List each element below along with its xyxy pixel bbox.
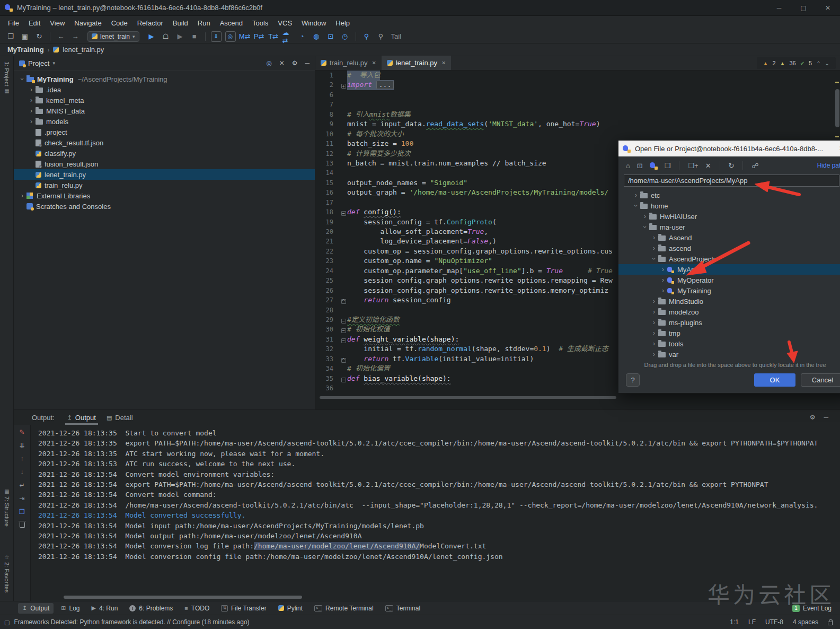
code-line-9[interactable]: 9mnist = input_data.read_data_sets('MNIS…	[315, 119, 840, 129]
maximize-button[interactable]: ▢	[791, 0, 816, 15]
editor-tab-lenet-train-py[interactable]: lenet_train.py✕	[382, 56, 451, 70]
ok-button[interactable]: OK	[754, 373, 795, 387]
search-everywhere-icon[interactable]: ⚲	[361, 31, 372, 42]
desktop-icon[interactable]: ⊡	[637, 162, 643, 170]
task-trace-icon[interactable]: T⇄	[268, 31, 279, 42]
breadcrumb-project[interactable]: MyTraining	[7, 46, 44, 54]
chevron-right-icon[interactable]: ›	[650, 319, 658, 326]
chevron-right-icon[interactable]: ›	[641, 213, 649, 220]
code-line-8[interactable]: 8# 引入mnist数据集	[315, 110, 840, 119]
tree-item-project[interactable]: .project	[14, 127, 315, 137]
tree-item-mytraining[interactable]: ›MyTraining	[618, 285, 840, 296]
chevron-right-icon[interactable]: ›	[18, 192, 26, 199]
close-button[interactable]: ✕	[816, 0, 840, 15]
graph-analyzer-icon[interactable]: ◍	[311, 31, 322, 42]
project-panel-title[interactable]: Project	[28, 59, 49, 67]
cloud-sync-icon[interactable]: ☁⇄	[282, 31, 293, 42]
chevron-right-icon[interactable]: ›	[27, 107, 36, 115]
fold-end-icon[interactable]: ^	[341, 358, 346, 363]
forward-icon[interactable]: →	[70, 31, 81, 42]
print-icon[interactable]: ❐	[18, 508, 26, 516]
tree-item-home[interactable]: ›home	[618, 200, 840, 211]
chevron-right-icon[interactable]: ›	[659, 266, 667, 273]
chevron-down-icon[interactable]: ▾	[52, 60, 55, 66]
menu-refactor[interactable]: Refactor	[132, 19, 168, 27]
output-log[interactable]: 2021-12-26 18:13:35 Start to convert mod…	[31, 425, 840, 601]
code-line-7[interactable]: 7	[315, 100, 840, 109]
tree-item-etc[interactable]: ›etc	[618, 190, 840, 200]
menu-code[interactable]: Code	[107, 19, 132, 27]
tree-item-lenet-train-py[interactable]: lenet_train.py	[14, 169, 315, 180]
code-line-1[interactable]: 1# 导入包	[315, 71, 840, 80]
minimize-button[interactable]: ─	[767, 0, 791, 15]
precision-compare-icon[interactable]: P⇄	[254, 31, 264, 42]
menu-view[interactable]: View	[45, 19, 69, 27]
soft-wrap-icon[interactable]: ↵	[18, 481, 26, 490]
back-icon[interactable]: ←	[56, 31, 66, 42]
chevron-right-icon[interactable]: ›	[659, 276, 667, 284]
tree-item-external-libraries[interactable]: ›External Libraries	[14, 190, 315, 201]
find-icon[interactable]: ⚲	[376, 31, 386, 42]
caret-position[interactable]: 1:1	[730, 618, 739, 626]
folded-region[interactable]: ...	[376, 81, 394, 89]
chevron-down-icon[interactable]: ›	[641, 223, 649, 231]
typo-icon[interactable]: ✔	[800, 60, 804, 66]
help-button[interactable]: ?	[626, 373, 640, 387]
chevron-down-icon[interactable]: ›	[650, 255, 658, 263]
fold-collapse-icon[interactable]: −	[341, 378, 346, 382]
output-horizontal-scrollbar[interactable]	[64, 596, 302, 599]
menu-tools[interactable]: Tools	[247, 19, 273, 27]
tree-item-ms-plugins[interactable]: ›ms-plugins	[618, 317, 840, 328]
run-icon[interactable]: ▶	[146, 31, 157, 42]
refresh-icon[interactable]: ↻	[729, 162, 735, 170]
profiler-icon[interactable]: ◷	[340, 31, 350, 42]
breadcrumb-file[interactable]: lenet_train.py	[63, 46, 104, 54]
clear-all-icon[interactable]	[18, 521, 26, 529]
menu-edit[interactable]: Edit	[24, 19, 45, 27]
next-issue-icon[interactable]: ⌄	[825, 60, 829, 66]
settings-icon[interactable]: ⚙	[810, 414, 816, 421]
menu-ascend[interactable]: Ascend	[215, 19, 247, 27]
menu-run[interactable]: Run	[193, 19, 215, 27]
remote-run-icon[interactable]: ⊡	[325, 31, 336, 42]
compare-tool-icon[interactable]: ◔	[297, 31, 307, 42]
fold-expand-icon[interactable]: +	[341, 84, 346, 89]
menu-navigate[interactable]: Navigate	[69, 19, 106, 27]
menu-file[interactable]: File	[3, 19, 24, 27]
status-message[interactable]: Frameworks Detected: Python framework is…	[14, 618, 249, 626]
tree-item-models[interactable]: ›models	[14, 116, 315, 127]
tree-item-ma-user[interactable]: ›ma-user	[618, 222, 840, 232]
editor-vertical-scrollbar[interactable]	[835, 89, 839, 127]
tree-item-tmp[interactable]: ›tmp	[618, 328, 840, 338]
chevron-right-icon[interactable]: ›	[27, 97, 36, 104]
model-accuracy-analyzer-icon[interactable]: M⇄	[240, 31, 250, 42]
close-tab-icon[interactable]: ✕	[441, 60, 446, 66]
next-message-icon[interactable]: ↓	[18, 468, 26, 476]
chevron-right-icon[interactable]: ›	[650, 351, 658, 358]
new-folder-icon[interactable]: ❒+	[688, 162, 698, 170]
run-config-selector[interactable]: lenet_train▾	[87, 31, 139, 42]
tree-item-var[interactable]: ›var	[618, 349, 840, 360]
toolwindow-button-output[interactable]: ↥Output	[18, 603, 54, 614]
scroll-to-end-icon[interactable]: ⇊	[18, 441, 26, 450]
debug-icon[interactable]: ☖	[161, 31, 171, 42]
open-project-icon[interactable]: ❒	[5, 31, 16, 42]
collapse-all-icon[interactable]: ✕	[279, 59, 285, 67]
event-log-button[interactable]: 1Event Log	[792, 605, 840, 612]
chevron-right-icon[interactable]: ›	[27, 86, 36, 93]
chevron-right-icon[interactable]: ›	[650, 244, 658, 252]
chevron-right-icon[interactable]: ›	[650, 298, 658, 305]
tree-item-ascend[interactable]: ›ascend	[618, 243, 840, 254]
menu-build[interactable]: Build	[168, 19, 193, 27]
tree-item-fusion-result-json[interactable]: fusion_result.json	[14, 159, 315, 169]
prev-message-icon[interactable]: ↑	[18, 455, 26, 463]
output-tab-detail[interactable]: ▤Detail	[101, 410, 138, 425]
sync-icon[interactable]: ↻	[34, 31, 45, 42]
editor-tab-train-relu-py[interactable]: train_relu.py✕	[315, 56, 382, 70]
hide-panel-icon[interactable]: ─	[824, 414, 828, 421]
hide-panel-icon[interactable]: ─	[305, 59, 310, 67]
run-secondary-icon[interactable]: ▶	[175, 31, 185, 42]
output-tab-output[interactable]: ↥Output	[62, 410, 101, 425]
cancel-button[interactable]: Cancel	[801, 373, 840, 387]
fold-end-icon[interactable]: ^	[341, 299, 346, 304]
